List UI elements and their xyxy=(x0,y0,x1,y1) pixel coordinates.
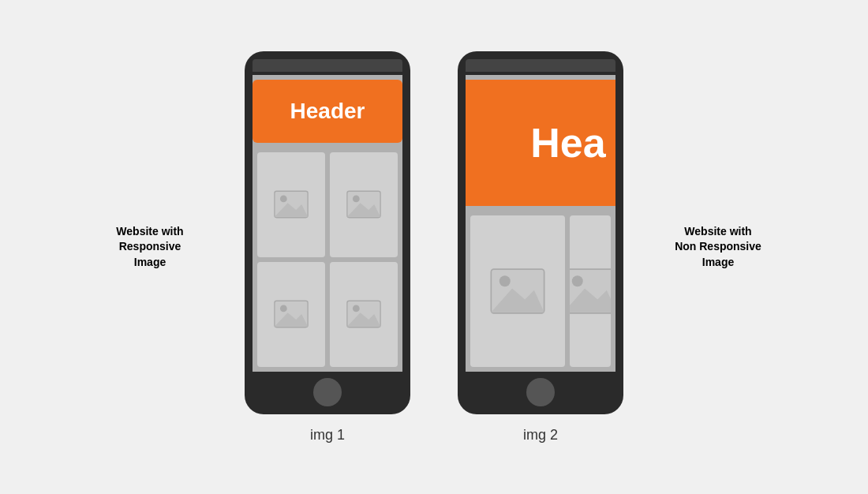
phone1-img-cell-2 xyxy=(330,152,398,257)
phone2-screen: Hea xyxy=(466,75,615,372)
phone2: Hea xyxy=(458,51,623,414)
phone2-wrapper: Hea xyxy=(458,51,623,443)
phone2-topbar xyxy=(466,59,615,72)
image-placeholder-icon-2 xyxy=(346,190,381,219)
left-label-line2: Responsive xyxy=(119,240,181,253)
svg-point-13 xyxy=(499,275,511,286)
image-placeholder-icon-1 xyxy=(274,190,309,219)
svg-point-16 xyxy=(572,275,583,286)
phone2-header-text: Hea xyxy=(530,119,605,167)
svg-point-7 xyxy=(280,305,287,312)
svg-point-4 xyxy=(353,196,360,203)
left-label-line3: Image xyxy=(134,256,166,268)
phone1-image-grid xyxy=(253,148,402,372)
phone2-home-button xyxy=(526,378,555,406)
phone2-img-cell-2 xyxy=(570,215,611,367)
phone1: Header xyxy=(245,51,410,414)
phone1-header-text: Header xyxy=(290,99,365,124)
phone1-caption: img 1 xyxy=(310,427,345,443)
left-label: Website with Responsive Image xyxy=(103,224,197,271)
main-scene: Website with Responsive Image Header xyxy=(0,0,868,494)
phone1-img-cell-3 xyxy=(257,262,325,367)
svg-point-10 xyxy=(353,305,360,312)
phone1-header: Header xyxy=(253,80,402,143)
left-label-line1: Website with xyxy=(116,225,183,238)
phone1-screen: Header xyxy=(253,75,402,372)
phone1-img-cell-4 xyxy=(330,262,398,367)
right-label-line3: Image xyxy=(702,256,734,268)
phone1-topbar xyxy=(253,59,402,72)
image-placeholder-icon-4 xyxy=(346,300,381,328)
image-placeholder-icon-6 xyxy=(570,268,611,314)
phone1-img-cell-1 xyxy=(257,152,325,257)
phone2-caption: img 2 xyxy=(523,427,558,443)
phone1-home-button xyxy=(313,378,342,406)
phone2-img-cell-1 xyxy=(470,215,565,367)
phone2-image-grid xyxy=(466,211,615,372)
right-label: Website with Non Responsive Image xyxy=(671,224,765,271)
phone1-wrapper: Header xyxy=(245,51,410,443)
image-placeholder-icon-3 xyxy=(274,300,309,328)
right-label-line1: Website with xyxy=(684,225,751,238)
svg-point-1 xyxy=(280,196,287,203)
phone2-header: Hea xyxy=(466,80,615,206)
image-placeholder-icon-5 xyxy=(490,268,545,314)
right-label-line2: Non Responsive xyxy=(675,240,761,253)
